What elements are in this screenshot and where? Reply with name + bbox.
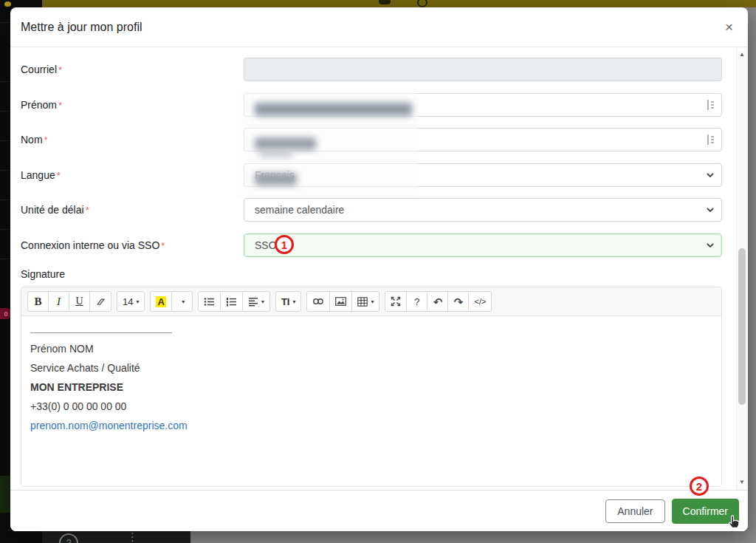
fullscreen-icon — [391, 296, 401, 307]
paragraph-style-dropdown[interactable]: TI▾ — [275, 291, 302, 312]
required-asterisk: * — [58, 100, 62, 111]
signature-service: Service Achats / Qualité — [30, 363, 712, 373]
courriel-field — [244, 58, 722, 81]
autofill-icon — [706, 134, 715, 146]
signature-name: Prénom NOM — [30, 344, 712, 354]
unite-delai-select[interactable]: semaine calendaire — [244, 198, 722, 222]
ordered-list-button[interactable] — [220, 291, 243, 312]
langue-select[interactable]: Français — [244, 163, 722, 187]
confirm-button[interactable]: Confirmer — [672, 499, 739, 524]
field-row-langue: Langue* Français — [21, 163, 748, 187]
required-asterisk: * — [86, 205, 89, 216]
signature-label: Signature — [21, 268, 748, 280]
required-asterisk: * — [44, 134, 48, 146]
page-backdrop: 0 ? ⋮ Mettre à jour mon profil × Courrie… — [0, 0, 756, 543]
signature-email-link[interactable]: prenom.nom@monentreprise.com — [30, 420, 188, 431]
app-topbar — [42, 0, 756, 7]
scroll-up-icon[interactable]: ▲ — [737, 49, 747, 59]
modal-header: Mettre à jour mon profil × — [10, 7, 748, 47]
table-icon — [357, 297, 368, 307]
field-row-unite-delai: Unité de délai* semaine calendaire — [21, 198, 748, 222]
unordered-list-icon — [204, 297, 215, 307]
insert-image-button[interactable] — [329, 291, 352, 312]
eraser-icon — [95, 296, 106, 307]
paragraph-align-dropdown[interactable]: ▾ — [242, 291, 270, 312]
modal-title: Mettre à jour mon profil — [21, 21, 142, 34]
required-asterisk: * — [57, 170, 61, 181]
chevron-down-icon — [707, 208, 714, 212]
redo-button[interactable]: ↷ — [447, 291, 469, 312]
modal-body: Courriel* Prénom* Nom* — [10, 47, 748, 490]
field-row-nom: Nom* — [21, 128, 748, 151]
prenom-field[interactable] — [244, 93, 722, 117]
kebab-menu-icon[interactable]: ⋮ — [127, 531, 138, 542]
clear-format-button[interactable] — [89, 291, 111, 312]
chevron-down-icon — [707, 173, 714, 177]
bold-button[interactable]: B — [27, 291, 49, 312]
insert-table-dropdown[interactable]: ▾ — [351, 291, 379, 312]
field-row-prenom: Prénom* — [21, 93, 748, 117]
courriel-label: Courriel* — [21, 64, 244, 75]
signature-divider-line — [30, 332, 172, 333]
field-row-connexion-sso: Connexion interne ou via SSO* SSO — [21, 233, 748, 257]
connexion-sso-label: Connexion interne ou via SSO* — [21, 239, 244, 251]
editor-help-button[interactable]: ? — [406, 291, 427, 312]
undo-icon: ↶ — [433, 296, 443, 307]
redacted-firstname-value — [260, 151, 292, 157]
underline-button[interactable]: U — [69, 291, 90, 312]
unordered-list-button[interactable] — [198, 291, 221, 312]
unite-delai-label: Unité de délai* — [21, 204, 244, 216]
align-left-icon — [248, 297, 258, 307]
close-icon[interactable]: × — [722, 20, 736, 34]
caret-down-icon: ▾ — [371, 298, 374, 305]
topbar-avatar-icon — [417, 0, 427, 7]
nom-label: Nom* — [21, 134, 244, 146]
app-logo — [4, 1, 11, 7]
signature-phone: +33(0) 0 00 00 00 00 — [30, 401, 712, 411]
prenom-label: Prénom* — [21, 99, 244, 111]
topbar-icon — [379, 0, 391, 4]
autofill-icon — [706, 99, 715, 111]
required-asterisk: * — [161, 240, 165, 251]
update-profile-modal: Mettre à jour mon profil × Courriel* Pré… — [10, 7, 748, 531]
font-color-dropdown[interactable]: ▾ — [171, 291, 193, 312]
undo-button[interactable]: ↶ — [427, 291, 448, 312]
fullscreen-button[interactable] — [385, 291, 407, 312]
code-view-button[interactable]: </> — [468, 291, 492, 312]
cancel-button[interactable]: Annuler — [605, 499, 664, 523]
scrollbar-thumb[interactable] — [738, 248, 746, 405]
redo-icon: ↷ — [454, 296, 464, 307]
editor-toolbar: B I U 14▾ A ▾ — [21, 287, 721, 316]
image-icon — [335, 297, 346, 306]
font-color-button[interactable]: A — [150, 291, 171, 312]
scroll-down-icon[interactable]: ▼ — [737, 477, 747, 487]
caret-down-icon: ▾ — [292, 298, 295, 305]
italic-button[interactable]: I — [48, 291, 69, 312]
modal-scrollbar[interactable]: ▲ ▼ — [736, 47, 747, 490]
signature-editor: B I U 14▾ A ▾ — [21, 287, 722, 487]
connexion-sso-select[interactable]: SSO — [244, 233, 722, 257]
caret-down-icon: ▾ — [261, 298, 264, 305]
langue-label: Langue* — [21, 169, 244, 181]
nom-field[interactable] — [244, 128, 722, 151]
modal-footer: Annuler Confirmer — [10, 490, 748, 531]
ordered-list-icon — [226, 297, 237, 307]
required-asterisk: * — [58, 64, 62, 75]
chevron-down-icon — [707, 243, 714, 247]
signature-content[interactable]: Prénom NOM Service Achats / Qualité MON … — [21, 316, 721, 486]
link-icon — [312, 298, 324, 305]
insert-link-button[interactable] — [306, 291, 330, 312]
caret-down-icon: ▾ — [136, 298, 139, 305]
caret-down-icon: ▾ — [182, 298, 185, 305]
signature-company: MON ENTREPRISE — [30, 382, 712, 392]
font-size-dropdown[interactable]: 14▾ — [117, 291, 145, 312]
field-row-courriel: Courriel* — [21, 58, 748, 81]
